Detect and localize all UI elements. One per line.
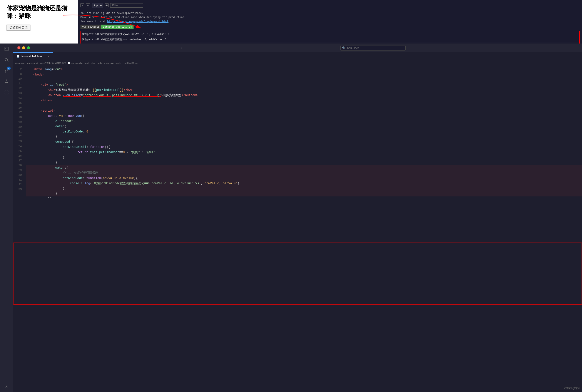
bc-file-icon: 📄 (68, 62, 70, 64)
ln-2: 2 (15, 67, 22, 72)
console-line-2: Make sure to turn on production mode whe… (80, 15, 580, 19)
code-line-33: }) (26, 196, 582, 202)
console-level-select[interactable]: top (92, 3, 103, 8)
ln-15: 15 (15, 101, 22, 106)
console-log-0: 属性petKindCode被监测前后值变化==> newValue: 1, ol… (82, 32, 579, 37)
tab-test-watch[interactable]: 📄 test-watch-1.html U ✕ (13, 52, 53, 60)
bc-watch: 06-watch属性 (51, 61, 66, 64)
sidebar-icon-search[interactable] (3, 56, 10, 63)
traffic-light-maximize[interactable] (27, 46, 30, 50)
bc-body: body (97, 62, 102, 64)
badge-vue: vue-devtools (80, 24, 101, 29)
editor-sidebar: 93 (0, 44, 13, 392)
svg-rect-13 (7, 93, 8, 94)
code-line-15 (26, 103, 582, 108)
ln-16: 16 (15, 106, 22, 110)
svg-point-6 (5, 69, 6, 70)
editor-main: ← → 🔍 📄 test-watch-1.html U ✕ qianduan ›… (13, 44, 582, 392)
bc-vm: vm (111, 62, 114, 64)
traffic-light-minimize[interactable] (22, 46, 25, 50)
bc-filename: test-watch-1.html (71, 62, 89, 64)
ln-19: 19 (15, 120, 22, 125)
tabs-bar: 📄 test-watch-1.html U ✕ (13, 52, 582, 60)
console-eye-icon[interactable]: 👁 (105, 4, 108, 8)
line-numbers: 2 8 10 11 12 13 14 15 16 17 18 19 20 21 … (13, 66, 24, 392)
code-line-11: <div id="root"> (26, 82, 582, 88)
code-line-31: }, (26, 186, 582, 191)
ln-22: 22 (15, 134, 22, 139)
nav-forward[interactable]: → (186, 46, 190, 50)
code-line-14: </div> (26, 98, 582, 103)
code-line-22: computed:{ (26, 140, 582, 145)
code-line-18: el:"#root", (26, 119, 582, 124)
ln-21: 21 (15, 130, 22, 134)
sidebar-icon-user[interactable] (3, 383, 10, 390)
console-icon[interactable]: ⊡ (80, 4, 84, 8)
ln-28: 28 (15, 163, 22, 168)
code-line-2: <html lang="en"> (26, 67, 582, 72)
bc-petkindcode: petKindCode (124, 62, 138, 64)
code-line-17: const vm = new Vue({ (26, 114, 582, 119)
ln-25: 25 (15, 149, 22, 154)
ln-20: 20 (15, 125, 22, 130)
preview-panel: 你家宠物是狗狗还是猫咪：猫咪 切换宠物类型 (0, 0, 78, 44)
ln-33: 33 (15, 187, 22, 192)
ln-10: 10 (15, 76, 22, 81)
console-block-icon[interactable]: ⊘ (86, 4, 90, 8)
sidebar-icon-files[interactable] (3, 46, 10, 52)
switch-pet-button[interactable]: 切换宠物类型 (6, 24, 30, 31)
ln-32: 32 (15, 182, 22, 187)
vue-devtools-badge: vue-devtools Detected Vue v2.7.14 (80, 24, 133, 29)
ln-11: 11 (15, 81, 22, 86)
ln-17: 17 (15, 110, 22, 115)
console-line-3: See more tips at https://vuejs.org/guide… (80, 19, 580, 24)
title-bar: ← → 🔍 (13, 44, 582, 52)
ln-30: 30 (15, 173, 22, 178)
ln-8: 8 (15, 72, 22, 76)
tab-label: test-watch-1.html (21, 54, 42, 58)
nav-back[interactable]: ← (180, 46, 184, 50)
console-filter-input[interactable] (110, 3, 143, 8)
ln-24: 24 (15, 144, 22, 149)
code-line-19: data:{ (26, 124, 582, 129)
svg-rect-1 (5, 47, 8, 51)
console-line-1: You are running Vue in development mode. (80, 11, 580, 15)
code-line-10 (26, 78, 582, 83)
traffic-light-close[interactable] (17, 46, 20, 50)
console-toolbar: ⊡ ⊘ top 👁 (78, 2, 582, 9)
code-line-12: <h2>你家宠物是狗狗还是猫咪: {{petKindDetail}}</h2> (26, 88, 582, 93)
svg-line-5 (7, 61, 8, 62)
code-line-28: // 1. 值是对应回调函数 (26, 170, 582, 176)
code-line-25: } (26, 155, 582, 160)
bc-vue2024: vue-2024 (40, 62, 50, 64)
code-line-13: <button v-on:click="petKindCode = (petKi… (26, 93, 582, 98)
code-line-20: petKindCode: 0, (26, 129, 582, 134)
sidebar-icon-deploy[interactable] (3, 78, 10, 85)
console-log-1: 属性petKindCode被监测前值变化==> newValue: 0, old… (82, 37, 579, 42)
ln-23: 23 (15, 139, 22, 144)
code-line-32: } (26, 191, 582, 196)
code-line-30: console.log('属性petKindCode被监测前后值变化==> ne… (26, 181, 582, 186)
sidebar-icon-git[interactable]: 93 (3, 68, 10, 74)
sidebar-icon-extensions[interactable] (3, 89, 10, 96)
code-line-8: <body> (26, 72, 582, 78)
code-line-27: watch:{ (26, 165, 582, 170)
code-line-21: }, (26, 134, 582, 140)
editor-search-input[interactable] (340, 45, 406, 51)
code-line-24: return this.petKindCode==0 ? "狗狗" : "猫咪"… (26, 150, 582, 155)
svg-point-4 (5, 58, 7, 61)
console-link[interactable]: https://vuejs.org/guide/deployment.html (107, 20, 169, 23)
code-line-23: petKindDetail: function(){ (26, 145, 582, 150)
top-area: 你家宠物是狗狗还是猫咪：猫咪 切换宠物类型 ⊡ ⊘ top 👁 You are … (0, 0, 582, 44)
bc-script: script (104, 62, 109, 64)
code-content[interactable]: <html lang="en"> <body> <div id="root"> … (24, 66, 582, 392)
breadcrumb: qianduan › vue › vue-2 › vue-2024 › 06-w… (13, 60, 582, 66)
tab-file-icon: 📄 (16, 55, 19, 58)
ln-12: 12 (15, 86, 22, 91)
preview-title: 你家宠物是狗狗还是猫咪：猫咪 (6, 4, 71, 20)
bc-qianduan: qianduan (15, 62, 25, 64)
svg-marker-9 (5, 80, 8, 83)
tab-close[interactable]: ✕ (47, 55, 49, 58)
code-editor[interactable]: 2 8 10 11 12 13 14 15 16 17 18 19 20 21 … (13, 66, 582, 392)
traffic-lights (17, 46, 30, 50)
